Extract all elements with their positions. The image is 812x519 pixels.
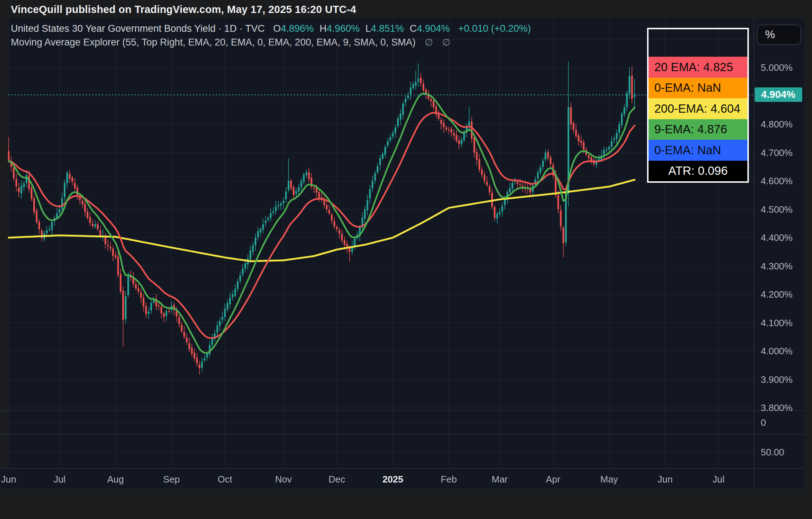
legend-row: 20 EMA: 4.825	[649, 57, 747, 78]
tradingview-screenshot: VinceQuill published on TradingView.com,…	[0, 0, 812, 519]
percent-unit-label: %	[765, 28, 775, 41]
price-tick-label: 4.300%	[761, 261, 793, 272]
price-tick-label: 3.800%	[761, 402, 793, 414]
ohlc-letter: C	[410, 23, 417, 34]
time-tick-label: May	[600, 474, 618, 485]
symbol-title: United States 30 Year Government Bonds Y…	[11, 23, 265, 34]
price-tick-label: 4.600%	[761, 176, 793, 187]
price-tick-label: 4.100%	[761, 317, 793, 329]
footer-bar: TradingView	[0, 489, 812, 519]
legend-row: 0-EMA: NaN	[649, 78, 747, 99]
price-scale-unit-button[interactable]: %	[757, 25, 801, 45]
price-tick-label: 4.700%	[761, 147, 793, 159]
time-tick-label: Jul	[53, 474, 65, 485]
price-tick-label: 4.400%	[761, 232, 793, 243]
ohlc-value: 4.960%	[327, 23, 360, 34]
time-tick-label: Jun	[1, 474, 16, 485]
empty-set-icon: ∅	[442, 37, 450, 48]
legend-row: 0-EMA: NaN	[649, 140, 747, 161]
ohlc-values: O4.896%H4.960%L4.851%C4.904%	[267, 23, 450, 34]
time-tick-label: Aug	[107, 474, 124, 485]
time-tick-label: Jul	[712, 474, 724, 485]
price-tick-label: 5.000%	[761, 62, 793, 73]
ohlc-letter: O	[273, 23, 281, 34]
indicator-title: Moving Average Explorer (55, Top Right, …	[11, 37, 415, 48]
subpane-scale-label: 0	[761, 417, 766, 428]
change-value: +0.010 (+0.20%)	[458, 23, 531, 34]
legend-spacer	[649, 29, 747, 57]
last-price-label: 4.904%	[755, 87, 802, 102]
ma-explorer-legend: 20 EMA: 4.8250-EMA: NaN200-EMA: 4.6049-E…	[647, 28, 749, 183]
time-tick-label: Dec	[328, 474, 345, 485]
ohlc-letter: H	[320, 23, 327, 34]
price-tick-label: 4.800%	[761, 119, 793, 130]
price-tick-label: 4.200%	[761, 289, 793, 300]
price-tick-label: 4.000%	[761, 346, 793, 357]
price-tick-label: 4.500%	[761, 204, 793, 215]
time-tick-label: Nov	[275, 474, 292, 485]
ohlc-value: 4.896%	[281, 23, 314, 34]
ohlc-value: 4.851%	[371, 23, 404, 34]
time-tick-label: Mar	[492, 474, 508, 485]
attribution-header: VinceQuill published on TradingView.com,…	[11, 4, 356, 16]
time-tick-label: Oct	[218, 474, 232, 485]
time-tick-label: Jun	[658, 474, 673, 485]
price-tick-label: 3.900%	[761, 374, 793, 385]
time-tick-label: Sep	[163, 474, 180, 485]
time-tick-label: 2025	[383, 474, 403, 485]
legend-row: 200-EMA: 4.604	[649, 98, 747, 119]
symbol-ohlc-row: United States 30 Year Government Bonds Y…	[11, 23, 531, 34]
empty-set-icon: ∅	[425, 37, 433, 48]
legend-row: ATR: 0.096	[649, 161, 747, 182]
indicator-row: Moving Average Explorer (55, Top Right, …	[11, 37, 450, 48]
time-tick-label: Apr	[546, 474, 560, 485]
legend-row: 9-EMA: 4.876	[649, 119, 747, 140]
ohlc-value: 4.904%	[417, 23, 450, 34]
time-tick-label: Feb	[441, 474, 457, 485]
ohlc-letter: L	[366, 23, 371, 34]
subpane-scale-label: 50.00	[761, 447, 784, 458]
